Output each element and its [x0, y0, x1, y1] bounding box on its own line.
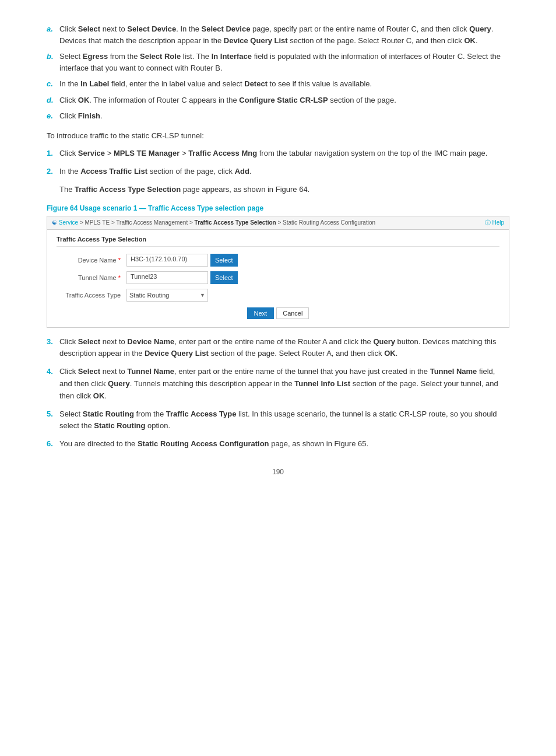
required-star: *	[117, 274, 121, 281]
alpha-content: Click OK. The information of Router C ap…	[59, 94, 509, 106]
intro-text: To introduce traffic to the static CR-LS…	[47, 130, 509, 142]
step-num: 5.	[47, 408, 59, 433]
step-content: Click Service > MPLS TE Manager > Traffi…	[59, 148, 509, 160]
breadcrumb-service[interactable]: Service	[59, 219, 78, 226]
ui-mockup: ☯ Service > MPLS TE > Traffic Access Man…	[47, 216, 509, 328]
alpha-content: Select Egress from the Select Role list.…	[59, 51, 509, 74]
next-button[interactable]: Next	[247, 307, 275, 319]
breadcrumb-text: ☯ Service > MPLS TE > Traffic Access Man…	[52, 219, 375, 226]
chevron-down-icon: ▼	[200, 292, 205, 298]
step-content: Click Select next to Tunnel Name, enter …	[59, 366, 509, 402]
step-content: You are directed to the Static Routing A…	[59, 438, 509, 450]
page-number: 190	[47, 468, 509, 476]
alpha-list-item: a.Click Select next to Select Device. In…	[47, 23, 509, 46]
step-content: Select Static Routing from the Traffic A…	[59, 408, 509, 433]
question-icon: ⓘ	[485, 219, 491, 226]
alpha-content: In the In Label field, enter the in labe…	[59, 78, 509, 90]
btn-row: Next Cancel	[57, 307, 499, 319]
form-label: Device Name *	[57, 257, 126, 264]
numbered-list-item: 4.Click Select next to Tunnel Name, ente…	[47, 366, 509, 402]
numbered-list-item: 6.You are directed to the Static Routing…	[47, 438, 509, 450]
select-button[interactable]: Select	[210, 254, 238, 267]
breadcrumb-rest: > MPLS TE > Traffic Access Management >	[78, 219, 194, 226]
step-num: 6.	[47, 438, 59, 450]
numbered-list-item: 1.Click Service > MPLS TE Manager > Traf…	[47, 148, 509, 160]
numbered-list-item: 2.In the Access Traffic List section of …	[47, 166, 509, 178]
indent-para: The Traffic Access Type Selection page a…	[59, 184, 509, 196]
numbered-list-item: 3.Click Select next to Device Name, ente…	[47, 336, 509, 360]
form-rows: Device Name *H3C-1(172.10.0.70)SelectTun…	[57, 254, 499, 302]
alpha-marker: b.	[47, 51, 59, 74]
step-num: 4.	[47, 366, 59, 402]
alpha-list: a.Click Select next to Select Device. In…	[47, 23, 509, 122]
alpha-list-item: e.Click Finish.	[47, 110, 509, 122]
numbered-list-2: 3.Click Select next to Device Name, ente…	[47, 336, 509, 450]
breadcrumb-bar: ☯ Service > MPLS TE > Traffic Access Man…	[47, 216, 509, 230]
alpha-content: Click Finish.	[59, 110, 509, 122]
alpha-marker: d.	[47, 94, 59, 106]
alpha-list-item: b.Select Egress from the Select Role lis…	[47, 51, 509, 74]
dropdown-value: Static Routing	[129, 292, 169, 299]
form-row: Traffic Access TypeStatic Routing▼	[57, 289, 499, 302]
panel-title: Traffic Access Type Selection	[57, 236, 499, 247]
alpha-marker: a.	[47, 23, 59, 46]
step-num: 3.	[47, 336, 59, 360]
form-row: Device Name *H3C-1(172.10.0.70)Select	[57, 254, 499, 267]
help-link[interactable]: ⓘ Help	[485, 219, 504, 227]
form-label: Tunnel Name *	[57, 274, 126, 281]
alpha-marker: c.	[47, 78, 59, 90]
dropdown-select[interactable]: Static Routing▼	[126, 289, 208, 302]
breadcrumb-rest2: > Static Routing Access Configuration	[276, 219, 375, 226]
step-content: Click Select next to Device Name, enter …	[59, 336, 509, 360]
numbered-list-item: 5.Select Static Routing from the Traffic…	[47, 408, 509, 433]
help-label[interactable]: Help	[492, 219, 504, 226]
step-num: 1.	[47, 148, 59, 160]
figure-caption: Figure 64 Usage scenario 1 — Traffic Acc…	[47, 204, 509, 212]
alpha-marker: e.	[47, 110, 59, 122]
panel: Traffic Access Type Selection Device Nam…	[47, 230, 509, 327]
form-label: Traffic Access Type	[57, 292, 126, 299]
service-icon: ☯	[52, 219, 57, 226]
alpha-list-item: d.Click OK. The information of Router C …	[47, 94, 509, 106]
step-content: In the Access Traffic List section of th…	[59, 166, 509, 178]
form-input[interactable]: Tunnel23	[126, 271, 208, 284]
form-input[interactable]: H3C-1(172.10.0.70)	[126, 254, 208, 267]
step-num: 2.	[47, 166, 59, 178]
cancel-button[interactable]: Cancel	[276, 307, 309, 319]
alpha-content: Click Select next to Select Device. In t…	[59, 23, 509, 46]
numbered-list-1: 1.Click Service > MPLS TE Manager > Traf…	[47, 148, 509, 178]
form-row: Tunnel Name *Tunnel23Select	[57, 271, 499, 284]
breadcrumb-bold: Traffic Access Type Selection	[195, 219, 276, 226]
required-star: *	[117, 257, 121, 264]
select-button[interactable]: Select	[210, 271, 238, 284]
alpha-list-item: c.In the In Label field, enter the in la…	[47, 78, 509, 90]
